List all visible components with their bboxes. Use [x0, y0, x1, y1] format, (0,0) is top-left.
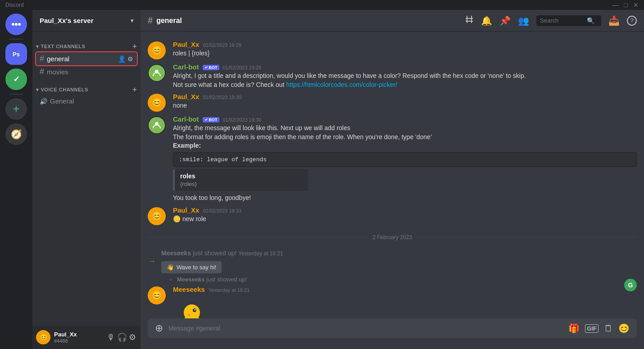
- discord-home-button[interactable]: [5, 14, 27, 35]
- message-timestamp-meeseeks: Yesterday at 16:21: [209, 287, 249, 293]
- search-icon: 🔍: [587, 17, 594, 24]
- embed-desc: {roles}: [180, 181, 303, 187]
- message-input-actions: 🎁 GIF 🗒 😊: [568, 323, 630, 334]
- user-controls: 🎙 🎧 ⚙: [106, 332, 137, 342]
- message-group: Carl-bot BOT 01/02/2023 19:29 Alright, I…: [141, 61, 644, 91]
- wave-button[interactable]: 👋 Wave to say hi!: [161, 261, 222, 273]
- inbox-icon[interactable]: 📥: [608, 15, 620, 26]
- expand-voice-icon: ▾: [36, 87, 39, 93]
- members-icon[interactable]: 👥: [518, 15, 529, 26]
- svg-rect-4: [471, 16, 472, 23]
- message-header: Paul_Xx 01/02/2023 19:30: [173, 93, 637, 100]
- message-author: Paul_Xx: [173, 93, 199, 100]
- server-icon-ps[interactable]: Ps: [5, 43, 27, 65]
- add-voice-channel-button[interactable]: +: [132, 86, 137, 94]
- bell-icon[interactable]: 🔔: [481, 15, 492, 26]
- channel-sidebar: Paul_Xx's server ▾ ▾ TEXT CHANNELS + # g…: [32, 10, 141, 349]
- sticker-icon[interactable]: 🗒: [604, 323, 613, 334]
- channel-hash-icon: #: [148, 15, 153, 26]
- avatar: 😊: [148, 94, 166, 112]
- message-timestamp: 01/02/2023 19:30: [203, 95, 241, 100]
- bird-image: [173, 297, 637, 318]
- svg-rect-6: [466, 21, 473, 22]
- message-timestamp: 01/02/2023 19:29: [223, 65, 262, 70]
- settings-icon[interactable]: ⚙: [127, 55, 133, 63]
- username: Paul_Xx: [54, 331, 103, 338]
- headset-icon[interactable]: 🎧: [117, 332, 126, 342]
- svg-point-10: [184, 304, 200, 318]
- search-bar[interactable]: 🔍: [536, 15, 601, 26]
- add-text-channel-button[interactable]: +: [132, 42, 137, 50]
- message-timestamp: 01/02/2023 19:33: [203, 208, 241, 213]
- channel-item-movies[interactable]: # movies: [36, 65, 137, 78]
- text-channels-category: ▾ TEXT CHANNELS +: [32, 35, 141, 52]
- avatar-icon: 😊: [40, 334, 47, 341]
- message-timestamp: 01/02/2023 19:30: [223, 117, 262, 122]
- channel-item-general[interactable]: # general 👤 ⚙: [36, 52, 137, 65]
- main-content: # general 🔔 📌 👥 🔍 📥 ? 😊 Paul_Xx: [141, 10, 644, 349]
- message-input-box: ⊕ 🎁 GIF 🗒 😊: [148, 318, 637, 338]
- message-body: Meeseeks Yesterday at 16:21: [173, 286, 637, 318]
- message-input[interactable]: [168, 325, 563, 332]
- close-button[interactable]: ✕: [633, 1, 639, 9]
- explore-button[interactable]: 🧭: [5, 123, 27, 145]
- voice-channels-category: ▾ VOICE CHANNELS +: [32, 78, 141, 95]
- message-author: Paul_Xx: [173, 41, 199, 48]
- avatar: 😊: [148, 41, 166, 59]
- svg-point-2: [18, 23, 21, 26]
- message-group: Carl-bot BOT 01/02/2023 19:30 Alright, t…: [141, 113, 644, 204]
- add-attachment-button[interactable]: ⊕: [155, 322, 163, 334]
- add-user-icon[interactable]: 👤: [118, 55, 126, 63]
- server-name: Paul_Xx's server: [40, 17, 94, 24]
- help-icon[interactable]: ?: [627, 16, 637, 26]
- avatar-carlbot: [148, 116, 166, 134]
- message-header: Paul_Xx 01/02/2023 19:29: [173, 41, 637, 48]
- svg-point-12: [195, 309, 196, 310]
- color-picker-link[interactable]: https://htmlcolorcodes.com/color-picker/: [286, 81, 397, 88]
- message-header: Carl-bot BOT 01/02/2023 19:30: [173, 115, 637, 123]
- avatar-meeseeks: 😊: [148, 286, 166, 304]
- top-bar-actions: 🔔 📌 👥 🔍 📥 ?: [465, 15, 637, 26]
- avatar: 😊: [36, 330, 50, 344]
- server-divider: [9, 39, 23, 40]
- message-group-meeseeks: 😊 Meeseeks Yesterday at 16:21: [141, 284, 644, 318]
- voice-channel-general[interactable]: 🔊 General: [36, 95, 137, 107]
- message-group: 😊 Paul_Xx 01/02/2023 19:30 none: [141, 91, 644, 113]
- system-message-nested: → Meeseeks just showed up!: [141, 275, 644, 284]
- search-input[interactable]: [540, 17, 585, 24]
- server-divider-2: [9, 94, 23, 95]
- system-message: → Meeseeks just showed up! Yesterday at …: [141, 248, 644, 275]
- svg-point-1: [15, 23, 18, 26]
- server-icon-green[interactable]: ✓: [5, 68, 27, 90]
- channel-name-movies: movies: [47, 68, 133, 76]
- channel-action-icons: 👤 ⚙: [118, 55, 133, 63]
- svg-rect-3: [467, 16, 467, 23]
- user-area: 😊 Paul_Xx #4488 🎙 🎧 ⚙: [32, 326, 141, 349]
- message-text: 🪙 new role: [173, 215, 637, 224]
- settings-icon[interactable]: ⚙: [128, 332, 137, 342]
- message-group: 😊 Paul_Xx 01/02/2023 19:33 🪙 new role: [141, 204, 644, 227]
- chat-area: 😊 Paul_Xx 01/02/2023 19:29 roles | {role…: [141, 32, 644, 318]
- svg-point-0: [12, 23, 14, 26]
- message-body: Paul_Xx 01/02/2023 19:29 roles | {roles}: [173, 41, 637, 59]
- pin-icon[interactable]: 📌: [499, 15, 511, 26]
- system-message-text: Meeseeks just showed up! Yesterday at 16…: [161, 249, 283, 257]
- microphone-icon[interactable]: 🎙: [106, 333, 115, 342]
- message-text: Alright, I got a title and a description…: [173, 72, 637, 89]
- message-body: Paul_Xx 01/02/2023 19:30 none: [173, 93, 637, 112]
- gif-icon[interactable]: GIF: [585, 324, 599, 333]
- gift-icon[interactable]: 🎁: [568, 323, 580, 334]
- online-badge: G: [624, 279, 637, 291]
- server-list: Ps ✓ + 🧭: [0, 10, 32, 349]
- server-green-label: ✓: [13, 74, 20, 84]
- emoji-icon[interactable]: 😊: [618, 323, 630, 334]
- maximize-button[interactable]: □: [624, 1, 628, 9]
- hashtag-icon[interactable]: [465, 15, 474, 26]
- add-server-button[interactable]: +: [5, 98, 27, 120]
- server-header[interactable]: Paul_Xx's server ▾: [32, 10, 141, 32]
- channel-title: # general: [148, 15, 182, 26]
- minimize-button[interactable]: —: [612, 1, 619, 9]
- message-body: Carl-bot BOT 01/02/2023 19:29 Alright, I…: [173, 63, 637, 89]
- voice-channel-name: General: [50, 97, 74, 105]
- message-group: 😊 Paul_Xx 01/02/2023 19:29 roles | {role…: [141, 39, 644, 61]
